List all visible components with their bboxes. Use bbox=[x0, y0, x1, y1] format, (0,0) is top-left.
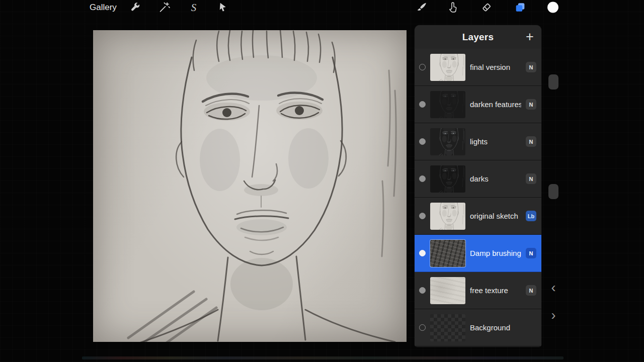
layer-name: Damp brushing bbox=[470, 249, 521, 257]
blend-mode-badge[interactable]: Lb bbox=[526, 211, 536, 221]
layer-name: final version bbox=[470, 63, 521, 71]
visibility-toggle[interactable] bbox=[419, 64, 426, 70]
paint-brush-icon[interactable] bbox=[415, 1, 429, 14]
layers-panel-header: Layers + bbox=[415, 25, 541, 49]
sidebar-slider-handle-bottom[interactable] bbox=[548, 184, 558, 199]
layer-row-background[interactable]: Background bbox=[415, 309, 541, 346]
gallery-button[interactable]: Gallery bbox=[90, 3, 117, 13]
visibility-toggle[interactable] bbox=[419, 138, 426, 145]
color-swatch-icon[interactable] bbox=[546, 1, 560, 14]
sidebar-slider-handle-top[interactable] bbox=[548, 74, 558, 89]
layer-thumbnail bbox=[430, 277, 465, 304]
actions-wrench-icon[interactable] bbox=[129, 1, 143, 14]
timeline-strip bbox=[82, 356, 564, 359]
layer-name: original sketch bbox=[470, 212, 521, 220]
layer-thumbnail bbox=[430, 240, 465, 267]
layers-icon[interactable] bbox=[514, 1, 527, 14]
smudge-finger-icon[interactable] bbox=[446, 1, 460, 14]
charcoal-portrait-artwork bbox=[93, 30, 407, 342]
layer-row-free-texture[interactable]: free texture N bbox=[415, 272, 541, 309]
layer-row-darks[interactable]: darks N bbox=[415, 160, 541, 198]
layer-thumbnail bbox=[430, 128, 465, 155]
layer-name: free texture bbox=[470, 286, 521, 295]
layer-thumbnail bbox=[430, 54, 465, 81]
visibility-toggle[interactable] bbox=[419, 213, 426, 219]
visibility-toggle[interactable] bbox=[419, 175, 426, 182]
blend-mode-badge[interactable]: N bbox=[526, 285, 536, 296]
blend-mode-badge[interactable]: N bbox=[526, 136, 536, 147]
blend-mode-badge[interactable]: N bbox=[526, 62, 536, 72]
undo-chevron-icon[interactable]: ‹ bbox=[551, 281, 556, 295]
blend-mode-badge[interactable]: N bbox=[526, 248, 536, 258]
layers-panel: Layers + final version N darken features… bbox=[415, 25, 541, 347]
layer-row-damp-brushing[interactable]: Damp brushing N bbox=[415, 235, 541, 272]
svg-text:S: S bbox=[191, 2, 197, 14]
blend-mode-badge[interactable]: N bbox=[526, 173, 536, 184]
layer-row-final-version[interactable]: final version N bbox=[415, 49, 541, 86]
visibility-toggle[interactable] bbox=[419, 287, 426, 294]
visibility-toggle[interactable] bbox=[419, 324, 426, 331]
adjustments-wand-icon[interactable] bbox=[158, 1, 172, 14]
layer-thumbnail bbox=[430, 203, 465, 230]
transform-arrow-icon[interactable] bbox=[216, 1, 230, 14]
layer-thumbnail bbox=[430, 165, 465, 193]
layer-name: lights bbox=[470, 137, 521, 146]
layer-thumbnail bbox=[430, 314, 465, 341]
redo-chevron-icon[interactable]: › bbox=[551, 309, 556, 322]
eraser-icon[interactable] bbox=[480, 1, 494, 14]
layer-name: darken features bbox=[470, 100, 521, 109]
layer-row-original-sketch[interactable]: original sketch Lb bbox=[415, 198, 541, 235]
layer-name: darks bbox=[470, 174, 521, 183]
add-layer-button[interactable]: + bbox=[522, 30, 537, 45]
blend-mode-badge[interactable]: N bbox=[526, 99, 536, 110]
visibility-toggle[interactable] bbox=[419, 250, 426, 256]
selection-s-icon[interactable]: S bbox=[187, 1, 201, 14]
layer-name: Background bbox=[470, 323, 521, 332]
layer-thumbnail bbox=[430, 91, 465, 118]
layers-panel-title: Layers bbox=[462, 32, 494, 43]
layer-row-lights[interactable]: lights N bbox=[415, 123, 541, 160]
layer-row-darken-features[interactable]: darken features N bbox=[415, 86, 541, 123]
drawing-canvas[interactable] bbox=[93, 30, 407, 342]
layers-list: final version N darken features N lights… bbox=[415, 49, 541, 346]
top-toolbar: Gallery S bbox=[0, 0, 644, 15]
visibility-toggle[interactable] bbox=[419, 101, 426, 108]
